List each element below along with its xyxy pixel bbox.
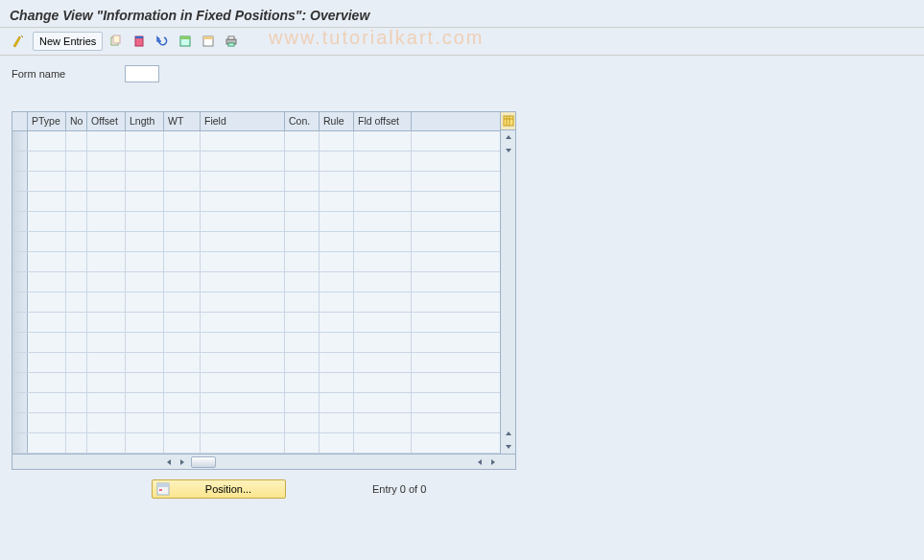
cell-wt[interactable] bbox=[164, 212, 201, 231]
cell-fldoffset[interactable] bbox=[354, 373, 412, 392]
cell-con[interactable] bbox=[285, 313, 320, 332]
cell-con[interactable] bbox=[285, 131, 320, 151]
row-selector[interactable] bbox=[12, 313, 28, 332]
cell-con[interactable] bbox=[285, 252, 320, 271]
scroll-down-button[interactable] bbox=[501, 440, 515, 454]
cell-lngth[interactable] bbox=[126, 172, 164, 191]
cell-con[interactable] bbox=[285, 152, 320, 171]
cell-wt[interactable] bbox=[164, 373, 201, 392]
cell-offset[interactable] bbox=[87, 131, 126, 151]
cell-rule[interactable] bbox=[320, 172, 354, 191]
scroll-left-button[interactable] bbox=[162, 455, 176, 469]
cell-offset[interactable] bbox=[87, 232, 126, 251]
cell-wt[interactable] bbox=[164, 353, 201, 372]
cell-field[interactable] bbox=[201, 232, 285, 251]
cell-ptype[interactable] bbox=[28, 172, 66, 191]
cell-con[interactable] bbox=[285, 172, 320, 191]
cell-lngth[interactable] bbox=[126, 272, 164, 292]
cell-rule[interactable] bbox=[320, 152, 354, 171]
cell-no[interactable] bbox=[66, 333, 87, 352]
column-header-rule[interactable]: Rule bbox=[320, 112, 354, 130]
cell-rule[interactable] bbox=[320, 373, 354, 392]
cell-ptype[interactable] bbox=[28, 353, 66, 372]
cell-ptype[interactable] bbox=[28, 192, 66, 211]
cell-field[interactable] bbox=[201, 292, 285, 312]
scroll-right-inner-button[interactable] bbox=[176, 455, 189, 469]
cell-wt[interactable] bbox=[164, 313, 201, 332]
cell-offset[interactable] bbox=[87, 433, 126, 453]
column-header-offset[interactable]: Offset bbox=[87, 112, 126, 130]
cell-wt[interactable] bbox=[164, 172, 201, 191]
cell-field[interactable] bbox=[201, 272, 285, 292]
cell-fldoffset[interactable] bbox=[354, 172, 412, 191]
horizontal-scroll-track[interactable] bbox=[218, 455, 473, 469]
cell-con[interactable] bbox=[285, 272, 320, 292]
row-selector[interactable] bbox=[12, 433, 28, 453]
scroll-left-inner-button[interactable] bbox=[473, 455, 486, 469]
table-settings-button[interactable] bbox=[501, 112, 515, 130]
cell-rule[interactable] bbox=[320, 433, 354, 453]
cell-wt[interactable] bbox=[164, 272, 201, 292]
cell-ptype[interactable] bbox=[28, 393, 66, 412]
scroll-right-button[interactable] bbox=[486, 455, 500, 469]
cell-fldoffset[interactable] bbox=[354, 393, 412, 412]
cell-ptype[interactable] bbox=[28, 152, 66, 171]
position-button[interactable]: Position... bbox=[152, 479, 286, 499]
row-selector[interactable] bbox=[12, 413, 28, 432]
cell-no[interactable] bbox=[66, 433, 87, 453]
cell-lngth[interactable] bbox=[126, 131, 164, 151]
cell-lngth[interactable] bbox=[126, 252, 164, 271]
cell-lngth[interactable] bbox=[126, 373, 164, 392]
cell-no[interactable] bbox=[66, 272, 87, 292]
row-selector[interactable] bbox=[12, 131, 28, 151]
cell-offset[interactable] bbox=[87, 373, 126, 392]
cell-lngth[interactable] bbox=[126, 212, 164, 231]
cell-field[interactable] bbox=[201, 413, 285, 432]
cell-no[interactable] bbox=[66, 353, 87, 372]
cell-field[interactable] bbox=[201, 313, 285, 332]
cell-rule[interactable] bbox=[320, 292, 354, 312]
cell-ptype[interactable] bbox=[28, 212, 66, 231]
cell-ptype[interactable] bbox=[28, 272, 66, 292]
column-header-lngth[interactable]: Lngth bbox=[126, 112, 164, 130]
cell-rule[interactable] bbox=[320, 413, 354, 432]
row-selector[interactable] bbox=[12, 152, 28, 171]
cell-no[interactable] bbox=[66, 413, 87, 432]
cell-con[interactable] bbox=[285, 393, 320, 412]
cell-offset[interactable] bbox=[87, 252, 126, 271]
cell-wt[interactable] bbox=[164, 393, 201, 412]
column-header-wt[interactable]: WT bbox=[164, 112, 201, 130]
row-selector[interactable] bbox=[12, 172, 28, 191]
delete-button[interactable] bbox=[130, 32, 149, 51]
row-selector[interactable] bbox=[12, 252, 28, 271]
cell-field[interactable] bbox=[201, 212, 285, 231]
cell-con[interactable] bbox=[285, 292, 320, 312]
copy-button[interactable] bbox=[107, 32, 126, 51]
cell-field[interactable] bbox=[201, 353, 285, 372]
cell-ptype[interactable] bbox=[28, 292, 66, 312]
cell-con[interactable] bbox=[285, 413, 320, 432]
cell-no[interactable] bbox=[66, 212, 87, 231]
cell-con[interactable] bbox=[285, 192, 320, 211]
cell-wt[interactable] bbox=[164, 232, 201, 251]
vertical-scroll-track[interactable] bbox=[501, 157, 515, 427]
cell-fldoffset[interactable] bbox=[354, 433, 412, 453]
cell-rule[interactable] bbox=[320, 272, 354, 292]
cell-lngth[interactable] bbox=[126, 393, 164, 412]
select-all-button[interactable] bbox=[176, 32, 195, 51]
cell-fldoffset[interactable] bbox=[354, 232, 412, 251]
cell-fldoffset[interactable] bbox=[354, 333, 412, 352]
cell-offset[interactable] bbox=[87, 292, 126, 312]
column-header-field[interactable]: Field bbox=[201, 112, 285, 130]
cell-ptype[interactable] bbox=[28, 373, 66, 392]
scroll-up-button[interactable] bbox=[501, 130, 515, 144]
select-all-cell[interactable] bbox=[12, 112, 28, 130]
cell-ptype[interactable] bbox=[28, 333, 66, 352]
cell-ptype[interactable] bbox=[28, 413, 66, 432]
cell-no[interactable] bbox=[66, 232, 87, 251]
cell-no[interactable] bbox=[66, 172, 87, 191]
cell-rule[interactable] bbox=[320, 313, 354, 332]
form-name-input[interactable] bbox=[125, 65, 159, 82]
row-selector[interactable] bbox=[12, 292, 28, 312]
cell-ptype[interactable] bbox=[28, 433, 66, 453]
